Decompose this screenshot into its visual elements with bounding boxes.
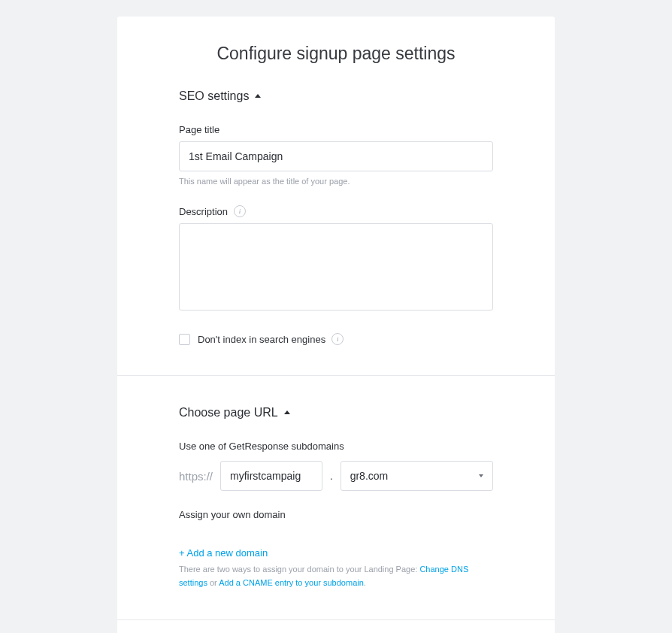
- url-row: https:// . gr8.com: [179, 461, 493, 491]
- description-label: Description: [179, 206, 228, 217]
- help-or: or: [207, 578, 219, 587]
- caret-up-icon: [284, 410, 290, 414]
- page-title-input[interactable]: [179, 141, 493, 171]
- noindex-label: Don't index in search engines: [198, 334, 325, 345]
- dot-separator: .: [330, 471, 333, 482]
- page-title-label: Page title: [179, 124, 493, 135]
- chevron-down-icon: [479, 474, 483, 477]
- domain-select[interactable]: gr8.com: [341, 461, 493, 491]
- domain-help-text: There are two ways to assign your domain…: [179, 563, 493, 589]
- subdomain-label: Use one of GetResponse subdomains: [179, 441, 493, 452]
- domain-select-value: gr8.com: [350, 470, 389, 482]
- seo-section: SEO settings Page title This name will a…: [117, 89, 555, 375]
- info-icon[interactable]: i: [234, 205, 246, 217]
- help-prefix: There are two ways to assign your domain…: [179, 565, 419, 574]
- description-field: Description i: [179, 205, 493, 313]
- page-title-field: Page title This name will appear as the …: [179, 124, 493, 186]
- caret-up-icon: [255, 94, 261, 98]
- page-title: Configure signup page settings: [117, 44, 555, 64]
- noindex-checkbox[interactable]: [179, 334, 190, 345]
- url-section-title: Choose page URL: [179, 406, 278, 419]
- url-section: Choose page URL Use one of GetResponse s…: [117, 375, 555, 619]
- url-section-toggle[interactable]: Choose page URL: [179, 406, 493, 419]
- seo-section-toggle[interactable]: SEO settings: [179, 89, 493, 103]
- cname-link[interactable]: Add a CNAME entry to your subdomain: [219, 578, 364, 587]
- settings-card: Configure signup page settings SEO setti…: [117, 17, 555, 633]
- protocol-label: https://: [179, 470, 213, 483]
- description-textarea[interactable]: [179, 223, 493, 310]
- help-suffix: .: [364, 578, 366, 587]
- info-icon[interactable]: i: [331, 333, 344, 345]
- subscription-section: Subscription settings: [117, 619, 555, 633]
- subdomain-input[interactable]: [220, 461, 322, 491]
- page-title-hint: This name will appear as the title of yo…: [179, 177, 493, 186]
- seo-section-title: SEO settings: [179, 89, 249, 103]
- noindex-row: Don't index in search engines i: [179, 333, 493, 345]
- add-domain-link[interactable]: + Add a new domain: [179, 547, 268, 559]
- own-domain-label: Assign your own domain: [179, 509, 493, 520]
